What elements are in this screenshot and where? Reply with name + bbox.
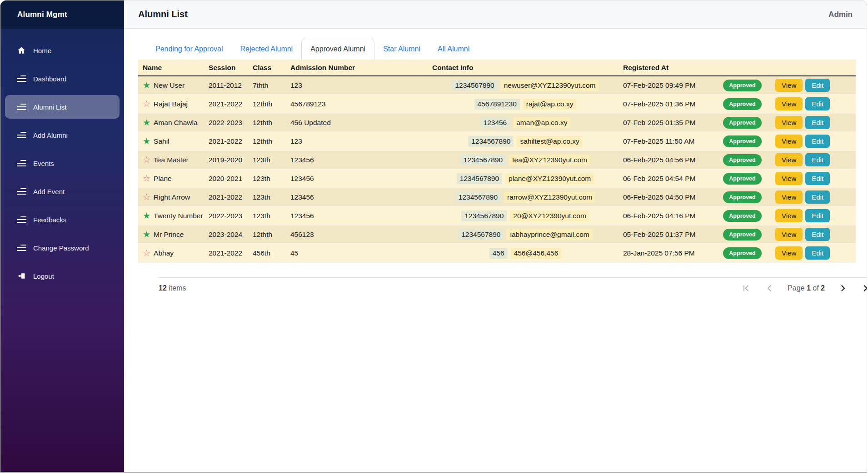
next-page-icon: [840, 285, 847, 292]
status-cell: Approved: [718, 210, 766, 222]
first-page-button[interactable]: [743, 285, 750, 292]
star-icon[interactable]: ☆: [143, 193, 150, 201]
edit-button[interactable]: Edit: [805, 97, 830, 110]
contact-info-cell: 123456 aman@ap.co.xy: [430, 117, 621, 128]
status-badge: Approved: [723, 173, 761, 185]
admission-number-cell: 123456: [290, 175, 430, 183]
table-body: ★ New User 2011-2012 7thth 123 123456789…: [138, 76, 856, 263]
prev-page-button[interactable]: [766, 285, 772, 292]
list-footer: 12 items: [159, 277, 867, 292]
page-label: Page: [788, 284, 804, 292]
next-page-button[interactable]: [840, 285, 847, 292]
tab-approved-alumni[interactable]: Approved Alumni: [301, 38, 374, 60]
sidebar-item-label: Alumni List: [33, 103, 66, 111]
class-cell: 123th: [253, 193, 290, 201]
actions-cell: View Edit: [766, 228, 856, 241]
session-cell: 2023-2024: [209, 230, 253, 239]
view-button[interactable]: View: [775, 209, 803, 222]
view-button[interactable]: View: [775, 228, 803, 241]
view-button[interactable]: View: [775, 190, 803, 204]
sidebar-item-dashboard[interactable]: Dashboard: [5, 67, 120, 90]
edit-button[interactable]: Edit: [805, 209, 830, 222]
edit-button[interactable]: Edit: [805, 153, 830, 166]
edit-button[interactable]: Edit: [805, 246, 830, 260]
last-page-button[interactable]: [862, 285, 867, 292]
status-cell: Approved: [718, 117, 766, 129]
sidebar-item-feedbacks[interactable]: Feedbacks: [5, 208, 120, 231]
edit-button[interactable]: Edit: [805, 135, 830, 148]
view-button[interactable]: View: [775, 246, 803, 260]
view-button[interactable]: View: [775, 97, 803, 110]
view-button[interactable]: View: [775, 135, 803, 148]
status-badge: Approved: [723, 98, 761, 110]
sidebar-item-alumni-list[interactable]: Alumni List: [5, 95, 120, 119]
contact-info-cell: 1234567890 sahiltest@ap.co.xy: [430, 136, 621, 147]
sidebar-item-logout[interactable]: Logout: [5, 264, 120, 288]
tab-label: Approved Alumni: [310, 45, 365, 53]
class-cell: 7thth: [253, 81, 290, 90]
tab-bar: Pending for ApprovalRejected AlumniAppro…: [147, 38, 867, 60]
alumni-name: Plane: [154, 175, 172, 183]
admission-number-cell: 45: [290, 249, 430, 257]
page-total: 2: [821, 284, 825, 292]
sidebar-item-label: Home: [33, 47, 51, 55]
sidebar-item-add-event[interactable]: Add Event: [5, 180, 120, 203]
email-value: plane@XYZ12390yut.com: [505, 173, 594, 184]
view-button[interactable]: View: [775, 172, 803, 185]
star-icon[interactable]: ★: [143, 137, 150, 145]
status-cell: Approved: [718, 98, 766, 110]
star-icon[interactable]: ★: [143, 230, 150, 239]
sidebar-item-home[interactable]: Home: [5, 39, 120, 62]
page-current: 1: [807, 284, 811, 292]
email-value: rarrow@XYZ12390yut.com: [504, 192, 595, 203]
actions-cell: View Edit: [766, 209, 856, 222]
contact-info-cell: 456 456@456.456: [430, 248, 621, 259]
tab-pending-for-approval[interactable]: Pending for Approval: [147, 38, 232, 60]
phone-value: 1234567890: [452, 80, 497, 91]
star-icon[interactable]: ☆: [143, 249, 150, 257]
star-icon[interactable]: ★: [143, 81, 150, 90]
edit-button[interactable]: Edit: [805, 116, 830, 129]
sidebar-item-change-password[interactable]: Change Password: [5, 236, 120, 260]
status-badge: Approved: [723, 117, 761, 129]
tab-star-alumni[interactable]: Star Alumni: [374, 38, 429, 60]
table-row: ★ Aman Chawla 2022-2023 12thth 456 Updat…: [138, 114, 856, 132]
star-icon[interactable]: ☆: [143, 174, 150, 183]
tab-rejected-alumni[interactable]: Rejected Alumni: [232, 38, 302, 60]
list-icon: [16, 188, 26, 195]
view-button[interactable]: View: [775, 79, 803, 92]
edit-button[interactable]: Edit: [805, 172, 830, 185]
phone-value: 1234567890: [461, 210, 507, 221]
sidebar-item-add-alumni[interactable]: Add Alumni: [5, 123, 120, 147]
items-count-label: items: [169, 284, 186, 292]
session-cell: 2020-2021: [209, 175, 253, 183]
view-button[interactable]: View: [775, 153, 803, 166]
class-cell: 12thth: [253, 119, 290, 127]
star-icon[interactable]: ★: [143, 118, 150, 127]
edit-button[interactable]: Edit: [805, 79, 830, 92]
session-cell: 2022-2023: [209, 119, 253, 127]
main-area: Alumni List Admin Pending for ApprovalRe…: [124, 0, 867, 472]
star-icon[interactable]: ★: [143, 211, 150, 220]
status-badge: Approved: [723, 80, 761, 91]
contact-info-cell: 1234567890 iabhayprince@gmail.com: [430, 229, 621, 240]
status-cell: Approved: [718, 154, 766, 166]
sidebar-item-label: Events: [33, 160, 54, 167]
sidebar-item-events[interactable]: Events: [5, 151, 120, 175]
edit-button[interactable]: Edit: [805, 190, 830, 204]
star-icon[interactable]: ☆: [143, 155, 150, 164]
tab-all-alumni[interactable]: All Alumni: [429, 38, 478, 60]
session-cell: 2021-2022: [209, 193, 253, 201]
email-value: aman@ap.co.xy: [513, 117, 570, 128]
contact-info-cell: 1234567890 rarrow@XYZ12390yut.com: [430, 192, 621, 203]
sidebar-item-label: Logout: [33, 272, 54, 280]
name-cell: ★ Twenty Number: [138, 211, 209, 220]
name-cell: ☆ Tea Master: [138, 155, 209, 164]
edit-button[interactable]: Edit: [805, 228, 830, 241]
admission-number-cell: 123456: [290, 156, 430, 164]
column-header-contact: Contact Info: [430, 64, 621, 72]
star-icon[interactable]: ☆: [143, 100, 150, 108]
status-badge: Approved: [723, 135, 761, 147]
view-button[interactable]: View: [775, 116, 803, 129]
status-badge: Approved: [723, 210, 761, 222]
